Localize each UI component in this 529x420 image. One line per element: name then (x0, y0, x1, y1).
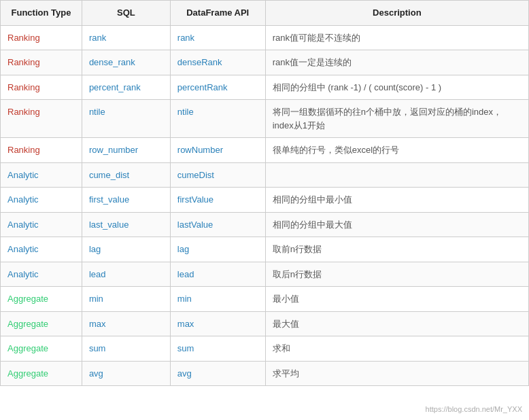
cell-sql: lag (82, 237, 170, 262)
table-row: Aggregateminmin最小值 (1, 287, 529, 312)
cell-sql: min (82, 287, 170, 312)
cell-desc: 将同一组数据循环的往n个桶中放，返回对应的桶的index，index从1开始 (265, 100, 528, 138)
table-row: Rankingrankrankrank值可能是不连续的 (1, 25, 529, 50)
cell-api: lag (170, 237, 265, 262)
cell-type: Ranking (1, 100, 82, 138)
cell-api: lastValue (170, 212, 265, 237)
cell-desc: 最大值 (265, 311, 528, 336)
cell-desc: 相同的分组中最大值 (265, 212, 528, 237)
cell-api: min (170, 287, 265, 312)
cell-api: denseRank (170, 50, 265, 75)
cell-desc: 最小值 (265, 287, 528, 312)
cell-api: avg (170, 361, 265, 386)
table-row: Analyticlaglag取前n行数据 (1, 237, 529, 262)
cell-sql: ntile (82, 100, 170, 138)
table-row: Analyticcume_distcumeDist (1, 162, 529, 188)
table-row: Rankingrow_numberrowNumber很单纯的行号，类似excel… (1, 138, 529, 163)
table-row: Rankingdense_rankdenseRankrank值一定是连续的 (1, 50, 529, 75)
cell-type: Ranking (1, 138, 82, 163)
cell-api: rank (170, 25, 265, 50)
cell-desc: 取前n行数据 (265, 237, 528, 262)
cell-api: ntile (170, 100, 265, 138)
header-dataframe-api: DataFrame API (170, 1, 265, 26)
cell-type: Analytic (1, 212, 82, 237)
cell-type: Aggregate (1, 336, 82, 362)
cell-type: Analytic (1, 237, 82, 262)
cell-desc: 求平均 (265, 361, 528, 386)
cell-desc: 取后n行数据 (265, 262, 528, 287)
cell-sql: dense_rank (82, 50, 170, 75)
cell-api: firstValue (170, 188, 265, 213)
cell-type: Analytic (1, 188, 82, 213)
cell-api: percentRank (170, 75, 265, 100)
cell-sql: avg (82, 361, 170, 386)
cell-sql: max (82, 311, 170, 336)
cell-type: Aggregate (1, 311, 82, 336)
cell-desc: rank值可能是不连续的 (265, 25, 528, 50)
table-row: Aggregatemaxmax最大值 (1, 311, 529, 336)
cell-sql: first_value (82, 188, 170, 213)
cell-desc: rank值一定是连续的 (265, 50, 528, 75)
main-table: Function Type SQL DataFrame API Descript… (0, 0, 529, 386)
header-description: Description (265, 1, 528, 26)
cell-sql: cume_dist (82, 162, 170, 188)
cell-api: max (170, 311, 265, 336)
cell-type: Analytic (1, 162, 82, 188)
cell-sql: rank (82, 25, 170, 50)
cell-api: sum (170, 336, 265, 362)
cell-desc: 相同的分组中最小值 (265, 188, 528, 213)
cell-sql: lead (82, 262, 170, 287)
cell-type: Ranking (1, 25, 82, 50)
table-row: Aggregateavgavg求平均 (1, 361, 529, 386)
cell-desc (265, 162, 528, 188)
table-row: Analyticfirst_valuefirstValue相同的分组中最小值 (1, 188, 529, 213)
table-body: Rankingrankrankrank值可能是不连续的Rankingdense_… (1, 25, 529, 386)
table-row: Analyticleadlead取后n行数据 (1, 262, 529, 287)
cell-sql: percent_rank (82, 75, 170, 100)
cell-type: Ranking (1, 50, 82, 75)
cell-type: Analytic (1, 262, 82, 287)
cell-desc: 相同的分组中 (rank -1) / ( count(score) - 1 ) (265, 75, 528, 100)
table-row: Aggregatesumsum求和 (1, 336, 529, 362)
cell-api: lead (170, 262, 265, 287)
cell-type: Aggregate (1, 361, 82, 386)
cell-type: Aggregate (1, 287, 82, 312)
cell-api: cumeDist (170, 162, 265, 188)
cell-type: Ranking (1, 75, 82, 100)
cell-sql: last_value (82, 212, 170, 237)
table-row: Rankingpercent_rankpercentRank相同的分组中 (ra… (1, 75, 529, 100)
cell-desc: 很单纯的行号，类似excel的行号 (265, 138, 528, 163)
cell-desc: 求和 (265, 336, 528, 362)
cell-api: rowNumber (170, 138, 265, 163)
header-sql: SQL (82, 1, 170, 26)
cell-sql: row_number (82, 138, 170, 163)
cell-sql: sum (82, 336, 170, 362)
table-row: Analyticlast_valuelastValue相同的分组中最大值 (1, 212, 529, 237)
table-header-row: Function Type SQL DataFrame API Descript… (1, 1, 529, 26)
table-row: Rankingntilentile将同一组数据循环的往n个桶中放，返回对应的桶的… (1, 100, 529, 138)
header-function-type: Function Type (1, 1, 82, 26)
